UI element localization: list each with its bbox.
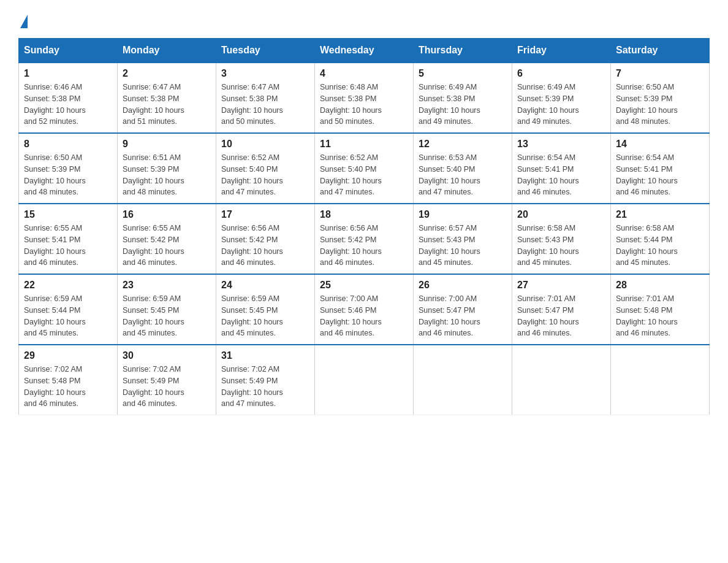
day-info: Sunrise: 6:56 AMSunset: 5:42 PMDaylight:…	[320, 223, 408, 269]
day-number: 5	[419, 68, 507, 79]
day-info: Sunrise: 7:02 AMSunset: 5:49 PMDaylight:…	[123, 364, 211, 410]
day-number: 6	[517, 68, 605, 79]
day-number: 15	[24, 209, 112, 220]
day-info: Sunrise: 6:59 AMSunset: 5:45 PMDaylight:…	[123, 293, 211, 339]
calendar-cell: 24Sunrise: 6:59 AMSunset: 5:45 PMDayligh…	[216, 274, 315, 345]
calendar-cell: 16Sunrise: 6:55 AMSunset: 5:42 PMDayligh…	[118, 204, 216, 274]
calendar-cell: 4Sunrise: 6:48 AMSunset: 5:38 PMDaylight…	[315, 63, 414, 133]
day-info: Sunrise: 7:01 AMSunset: 5:47 PMDaylight:…	[517, 293, 605, 339]
day-number: 31	[221, 350, 309, 361]
day-number: 3	[221, 68, 309, 79]
day-number: 11	[320, 139, 408, 150]
day-info: Sunrise: 6:55 AMSunset: 5:42 PMDaylight:…	[123, 223, 211, 269]
day-number: 19	[419, 209, 507, 220]
calendar-cell	[414, 345, 512, 415]
calendar-cell: 23Sunrise: 6:59 AMSunset: 5:45 PMDayligh…	[118, 274, 216, 345]
day-info: Sunrise: 6:58 AMSunset: 5:44 PMDaylight:…	[616, 223, 704, 269]
day-info: Sunrise: 6:53 AMSunset: 5:40 PMDaylight:…	[419, 152, 507, 198]
calendar-cell: 12Sunrise: 6:53 AMSunset: 5:40 PMDayligh…	[414, 133, 512, 204]
calendar-cell: 20Sunrise: 6:58 AMSunset: 5:43 PMDayligh…	[512, 204, 611, 274]
day-number: 20	[517, 209, 605, 220]
day-number: 21	[616, 209, 704, 220]
calendar-table: SundayMondayTuesdayWednesdayThursdayFrid…	[18, 38, 710, 415]
calendar-cell: 29Sunrise: 7:02 AMSunset: 5:48 PMDayligh…	[19, 345, 118, 415]
calendar-header-wednesday: Wednesday	[315, 39, 414, 63]
day-info: Sunrise: 6:59 AMSunset: 5:45 PMDaylight:…	[221, 293, 309, 339]
day-info: Sunrise: 6:55 AMSunset: 5:41 PMDaylight:…	[24, 223, 112, 269]
calendar-cell: 19Sunrise: 6:57 AMSunset: 5:43 PMDayligh…	[414, 204, 512, 274]
day-info: Sunrise: 6:58 AMSunset: 5:43 PMDaylight:…	[517, 223, 605, 269]
day-number: 23	[123, 280, 211, 291]
calendar-cell: 22Sunrise: 6:59 AMSunset: 5:44 PMDayligh…	[19, 274, 118, 345]
calendar-cell: 30Sunrise: 7:02 AMSunset: 5:49 PMDayligh…	[118, 345, 216, 415]
day-info: Sunrise: 6:46 AMSunset: 5:38 PMDaylight:…	[24, 82, 112, 128]
day-number: 29	[24, 350, 112, 361]
calendar-cell: 9Sunrise: 6:51 AMSunset: 5:39 PMDaylight…	[118, 133, 216, 204]
day-number: 7	[616, 68, 704, 79]
day-number: 17	[221, 209, 309, 220]
calendar-cell: 25Sunrise: 7:00 AMSunset: 5:46 PMDayligh…	[315, 274, 414, 345]
calendar-cell: 10Sunrise: 6:52 AMSunset: 5:40 PMDayligh…	[216, 133, 315, 204]
day-info: Sunrise: 6:52 AMSunset: 5:40 PMDaylight:…	[320, 152, 408, 198]
day-info: Sunrise: 6:54 AMSunset: 5:41 PMDaylight:…	[517, 152, 605, 198]
calendar-cell	[315, 345, 414, 415]
day-number: 1	[24, 68, 112, 79]
calendar-cell: 15Sunrise: 6:55 AMSunset: 5:41 PMDayligh…	[19, 204, 118, 274]
logo	[18, 12, 28, 26]
logo-triangle-icon	[20, 15, 28, 28]
day-number: 24	[221, 280, 309, 291]
day-number: 18	[320, 209, 408, 220]
calendar-cell: 2Sunrise: 6:47 AMSunset: 5:38 PMDaylight…	[118, 63, 216, 133]
day-number: 30	[123, 350, 211, 361]
day-number: 28	[616, 280, 704, 291]
calendar-cell: 18Sunrise: 6:56 AMSunset: 5:42 PMDayligh…	[315, 204, 414, 274]
calendar-cell: 1Sunrise: 6:46 AMSunset: 5:38 PMDaylight…	[19, 63, 118, 133]
calendar-cell: 17Sunrise: 6:56 AMSunset: 5:42 PMDayligh…	[216, 204, 315, 274]
day-info: Sunrise: 6:47 AMSunset: 5:38 PMDaylight:…	[123, 82, 211, 128]
calendar-cell: 13Sunrise: 6:54 AMSunset: 5:41 PMDayligh…	[512, 133, 611, 204]
calendar-header-sunday: Sunday	[19, 39, 118, 63]
calendar-week-row: 22Sunrise: 6:59 AMSunset: 5:44 PMDayligh…	[19, 274, 710, 345]
calendar-cell: 8Sunrise: 6:50 AMSunset: 5:39 PMDaylight…	[19, 133, 118, 204]
day-info: Sunrise: 6:52 AMSunset: 5:40 PMDaylight:…	[221, 152, 309, 198]
calendar-cell: 6Sunrise: 6:49 AMSunset: 5:39 PMDaylight…	[512, 63, 611, 133]
calendar-header-saturday: Saturday	[611, 39, 710, 63]
page-header	[18, 12, 710, 26]
day-number: 22	[24, 280, 112, 291]
day-number: 2	[123, 68, 211, 79]
calendar-cell	[512, 345, 611, 415]
calendar-header-friday: Friday	[512, 39, 611, 63]
day-number: 26	[419, 280, 507, 291]
calendar-cell: 28Sunrise: 7:01 AMSunset: 5:48 PMDayligh…	[611, 274, 710, 345]
day-info: Sunrise: 6:47 AMSunset: 5:38 PMDaylight:…	[221, 82, 309, 128]
calendar-week-row: 8Sunrise: 6:50 AMSunset: 5:39 PMDaylight…	[19, 133, 710, 204]
calendar-week-row: 15Sunrise: 6:55 AMSunset: 5:41 PMDayligh…	[19, 204, 710, 274]
day-info: Sunrise: 6:49 AMSunset: 5:39 PMDaylight:…	[517, 82, 605, 128]
day-number: 8	[24, 139, 112, 150]
day-info: Sunrise: 6:50 AMSunset: 5:39 PMDaylight:…	[616, 82, 704, 128]
day-info: Sunrise: 7:02 AMSunset: 5:49 PMDaylight:…	[221, 364, 309, 410]
calendar-week-row: 1Sunrise: 6:46 AMSunset: 5:38 PMDaylight…	[19, 63, 710, 133]
calendar-cell: 27Sunrise: 7:01 AMSunset: 5:47 PMDayligh…	[512, 274, 611, 345]
calendar-cell: 31Sunrise: 7:02 AMSunset: 5:49 PMDayligh…	[216, 345, 315, 415]
calendar-header-tuesday: Tuesday	[216, 39, 315, 63]
day-number: 14	[616, 139, 704, 150]
day-info: Sunrise: 7:01 AMSunset: 5:48 PMDaylight:…	[616, 293, 704, 339]
calendar-cell: 5Sunrise: 6:49 AMSunset: 5:38 PMDaylight…	[414, 63, 512, 133]
calendar-header-thursday: Thursday	[414, 39, 512, 63]
day-number: 4	[320, 68, 408, 79]
calendar-cell: 26Sunrise: 7:00 AMSunset: 5:47 PMDayligh…	[414, 274, 512, 345]
calendar-header-monday: Monday	[118, 39, 216, 63]
day-info: Sunrise: 6:48 AMSunset: 5:38 PMDaylight:…	[320, 82, 408, 128]
day-info: Sunrise: 6:54 AMSunset: 5:41 PMDaylight:…	[616, 152, 704, 198]
calendar-cell: 3Sunrise: 6:47 AMSunset: 5:38 PMDaylight…	[216, 63, 315, 133]
calendar-cell: 21Sunrise: 6:58 AMSunset: 5:44 PMDayligh…	[611, 204, 710, 274]
day-info: Sunrise: 7:00 AMSunset: 5:47 PMDaylight:…	[419, 293, 507, 339]
calendar-header-row: SundayMondayTuesdayWednesdayThursdayFrid…	[19, 39, 710, 63]
calendar-cell	[611, 345, 710, 415]
day-number: 9	[123, 139, 211, 150]
day-number: 25	[320, 280, 408, 291]
day-info: Sunrise: 6:50 AMSunset: 5:39 PMDaylight:…	[24, 152, 112, 198]
day-info: Sunrise: 6:59 AMSunset: 5:44 PMDaylight:…	[24, 293, 112, 339]
day-number: 10	[221, 139, 309, 150]
